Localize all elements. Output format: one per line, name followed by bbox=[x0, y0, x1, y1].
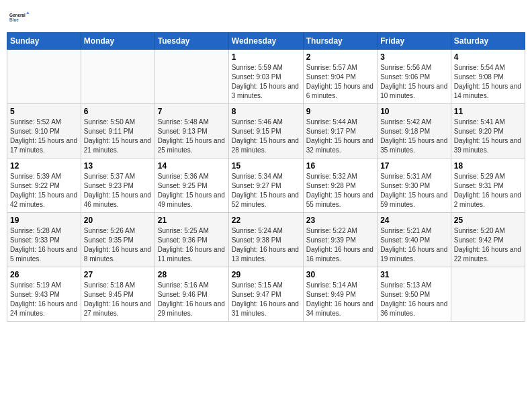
day-info: Sunrise: 5:48 AM Sunset: 9:13 PM Dayligh… bbox=[158, 118, 226, 155]
day-info: Sunrise: 5:25 AM Sunset: 9:36 PM Dayligh… bbox=[158, 226, 226, 264]
header-day-monday: Monday bbox=[81, 33, 154, 50]
calendar-cell: 27Sunrise: 5:18 AM Sunset: 9:45 PM Dayli… bbox=[81, 267, 154, 322]
day-info: Sunrise: 5:57 AM Sunset: 9:04 PM Dayligh… bbox=[306, 63, 374, 101]
day-number: 3 bbox=[380, 52, 448, 62]
calendar-cell bbox=[81, 50, 154, 104]
day-info: Sunrise: 5:52 AM Sunset: 9:10 PM Dayligh… bbox=[10, 118, 78, 155]
calendar-body: 1Sunrise: 5:59 AM Sunset: 9:03 PM Daylig… bbox=[7, 50, 525, 322]
day-number: 26 bbox=[10, 270, 78, 279]
day-number: 10 bbox=[380, 107, 448, 116]
page-header: GeneralBlue bbox=[7, 7, 525, 28]
logo-icon: GeneralBlue bbox=[9, 7, 31, 28]
day-info: Sunrise: 5:32 AM Sunset: 9:28 PM Dayligh… bbox=[306, 172, 374, 210]
calendar-cell: 5Sunrise: 5:52 AM Sunset: 9:10 PM Daylig… bbox=[7, 104, 81, 158]
header-day-tuesday: Tuesday bbox=[154, 33, 228, 50]
calendar-cell: 22Sunrise: 5:24 AM Sunset: 9:38 PM Dayli… bbox=[228, 213, 303, 267]
day-info: Sunrise: 5:46 AM Sunset: 9:15 PM Dayligh… bbox=[232, 118, 300, 155]
calendar-cell: 23Sunrise: 5:22 AM Sunset: 9:39 PM Dayli… bbox=[303, 213, 377, 267]
day-number: 8 bbox=[232, 107, 300, 116]
day-info: Sunrise: 5:44 AM Sunset: 9:17 PM Dayligh… bbox=[306, 118, 374, 155]
calendar-week-4: 19Sunrise: 5:28 AM Sunset: 9:33 PM Dayli… bbox=[7, 213, 525, 267]
day-number: 27 bbox=[84, 270, 152, 279]
svg-marker-2 bbox=[26, 12, 30, 14]
day-info: Sunrise: 5:21 AM Sunset: 9:40 PM Dayligh… bbox=[380, 226, 448, 264]
day-info: Sunrise: 5:29 AM Sunset: 9:31 PM Dayligh… bbox=[454, 172, 522, 210]
day-info: Sunrise: 5:22 AM Sunset: 9:39 PM Dayligh… bbox=[306, 226, 374, 264]
day-number: 25 bbox=[454, 216, 522, 225]
day-info: Sunrise: 5:13 AM Sunset: 9:50 PM Dayligh… bbox=[380, 281, 448, 318]
day-info: Sunrise: 5:54 AM Sunset: 9:08 PM Dayligh… bbox=[454, 63, 522, 101]
day-info: Sunrise: 5:14 AM Sunset: 9:49 PM Dayligh… bbox=[306, 281, 374, 318]
day-info: Sunrise: 5:59 AM Sunset: 9:03 PM Dayligh… bbox=[232, 63, 300, 101]
svg-text:General: General bbox=[9, 13, 26, 17]
calendar-cell: 9Sunrise: 5:44 AM Sunset: 9:17 PM Daylig… bbox=[303, 104, 377, 158]
day-number: 1 bbox=[232, 52, 300, 62]
day-info: Sunrise: 5:50 AM Sunset: 9:11 PM Dayligh… bbox=[84, 118, 152, 155]
day-number: 16 bbox=[306, 161, 374, 171]
calendar-header-row: SundayMondayTuesdayWednesdayThursdayFrid… bbox=[7, 33, 525, 50]
day-info: Sunrise: 5:37 AM Sunset: 9:23 PM Dayligh… bbox=[84, 172, 152, 210]
calendar-cell: 7Sunrise: 5:48 AM Sunset: 9:13 PM Daylig… bbox=[154, 104, 228, 158]
day-number: 28 bbox=[158, 270, 226, 279]
day-info: Sunrise: 5:26 AM Sunset: 9:35 PM Dayligh… bbox=[84, 226, 152, 264]
header-day-friday: Friday bbox=[378, 33, 451, 50]
svg-text:Blue: Blue bbox=[9, 17, 19, 22]
day-number: 17 bbox=[380, 161, 448, 171]
day-number: 24 bbox=[380, 216, 448, 225]
day-number: 12 bbox=[10, 161, 78, 171]
calendar-cell: 17Sunrise: 5:31 AM Sunset: 9:30 PM Dayli… bbox=[378, 158, 451, 213]
day-info: Sunrise: 5:34 AM Sunset: 9:27 PM Dayligh… bbox=[232, 172, 300, 210]
header-day-saturday: Saturday bbox=[451, 33, 525, 50]
day-info: Sunrise: 5:20 AM Sunset: 9:42 PM Dayligh… bbox=[454, 226, 522, 264]
calendar-cell: 29Sunrise: 5:15 AM Sunset: 9:47 PM Dayli… bbox=[228, 267, 303, 322]
day-info: Sunrise: 5:16 AM Sunset: 9:46 PM Dayligh… bbox=[158, 281, 226, 318]
day-number: 30 bbox=[306, 270, 374, 279]
calendar-cell: 2Sunrise: 5:57 AM Sunset: 9:04 PM Daylig… bbox=[303, 50, 377, 104]
day-number: 2 bbox=[306, 52, 374, 62]
calendar-cell: 1Sunrise: 5:59 AM Sunset: 9:03 PM Daylig… bbox=[228, 50, 303, 104]
calendar-cell: 19Sunrise: 5:28 AM Sunset: 9:33 PM Dayli… bbox=[7, 213, 81, 267]
day-info: Sunrise: 5:36 AM Sunset: 9:25 PM Dayligh… bbox=[158, 172, 226, 210]
day-number: 4 bbox=[454, 52, 522, 62]
day-number: 5 bbox=[10, 107, 78, 116]
day-number: 6 bbox=[84, 107, 152, 116]
calendar-cell: 15Sunrise: 5:34 AM Sunset: 9:27 PM Dayli… bbox=[228, 158, 303, 213]
day-info: Sunrise: 5:15 AM Sunset: 9:47 PM Dayligh… bbox=[232, 281, 300, 318]
day-info: Sunrise: 5:39 AM Sunset: 9:22 PM Dayligh… bbox=[10, 172, 78, 210]
calendar-cell: 30Sunrise: 5:14 AM Sunset: 9:49 PM Dayli… bbox=[303, 267, 377, 322]
calendar-week-1: 1Sunrise: 5:59 AM Sunset: 9:03 PM Daylig… bbox=[7, 50, 525, 104]
day-info: Sunrise: 5:56 AM Sunset: 9:06 PM Dayligh… bbox=[380, 63, 448, 101]
day-number: 18 bbox=[454, 161, 522, 171]
day-number: 19 bbox=[10, 216, 78, 225]
calendar-cell: 14Sunrise: 5:36 AM Sunset: 9:25 PM Dayli… bbox=[154, 158, 228, 213]
calendar-cell: 26Sunrise: 5:19 AM Sunset: 9:43 PM Dayli… bbox=[7, 267, 81, 322]
calendar-table: SundayMondayTuesdayWednesdayThursdayFrid… bbox=[7, 32, 525, 322]
day-info: Sunrise: 5:42 AM Sunset: 9:18 PM Dayligh… bbox=[380, 118, 448, 155]
calendar-cell: 31Sunrise: 5:13 AM Sunset: 9:50 PM Dayli… bbox=[378, 267, 451, 322]
day-number: 20 bbox=[84, 216, 152, 225]
day-info: Sunrise: 5:31 AM Sunset: 9:30 PM Dayligh… bbox=[380, 172, 448, 210]
day-number: 23 bbox=[306, 216, 374, 225]
calendar-cell: 24Sunrise: 5:21 AM Sunset: 9:40 PM Dayli… bbox=[378, 213, 451, 267]
calendar-cell: 18Sunrise: 5:29 AM Sunset: 9:31 PM Dayli… bbox=[451, 158, 525, 213]
calendar-week-3: 12Sunrise: 5:39 AM Sunset: 9:22 PM Dayli… bbox=[7, 158, 525, 213]
calendar-cell: 12Sunrise: 5:39 AM Sunset: 9:22 PM Dayli… bbox=[7, 158, 81, 213]
calendar-cell: 28Sunrise: 5:16 AM Sunset: 9:46 PM Dayli… bbox=[154, 267, 228, 322]
day-number: 14 bbox=[158, 161, 226, 171]
calendar-week-2: 5Sunrise: 5:52 AM Sunset: 9:10 PM Daylig… bbox=[7, 104, 525, 158]
day-number: 11 bbox=[454, 107, 522, 116]
calendar-cell bbox=[7, 50, 81, 104]
calendar-cell: 11Sunrise: 5:41 AM Sunset: 9:20 PM Dayli… bbox=[451, 104, 525, 158]
calendar-cell bbox=[451, 267, 525, 322]
day-number: 9 bbox=[306, 107, 374, 116]
day-info: Sunrise: 5:19 AM Sunset: 9:43 PM Dayligh… bbox=[10, 281, 78, 318]
day-number: 22 bbox=[232, 216, 300, 225]
day-number: 21 bbox=[158, 216, 226, 225]
calendar-cell: 4Sunrise: 5:54 AM Sunset: 9:08 PM Daylig… bbox=[451, 50, 525, 104]
calendar-week-5: 26Sunrise: 5:19 AM Sunset: 9:43 PM Dayli… bbox=[7, 267, 525, 322]
logo: GeneralBlue bbox=[9, 7, 31, 28]
header-day-thursday: Thursday bbox=[303, 33, 377, 50]
day-info: Sunrise: 5:18 AM Sunset: 9:45 PM Dayligh… bbox=[84, 281, 152, 318]
calendar-cell: 16Sunrise: 5:32 AM Sunset: 9:28 PM Dayli… bbox=[303, 158, 377, 213]
calendar-cell: 21Sunrise: 5:25 AM Sunset: 9:36 PM Dayli… bbox=[154, 213, 228, 267]
